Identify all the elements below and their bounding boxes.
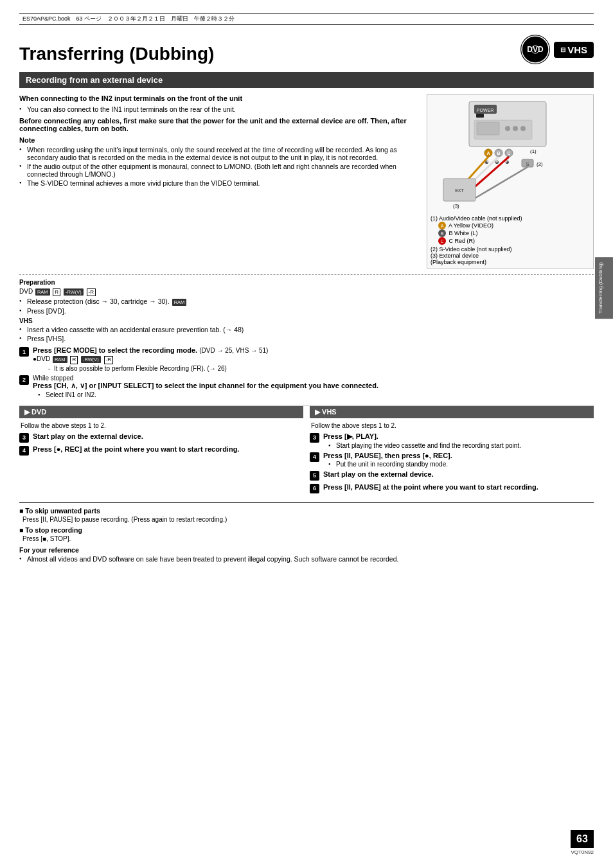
note3: The S-VIDEO terminal achieves a more viv… <box>19 179 420 187</box>
step1-text: Press [REC MODE] to select the recording… <box>33 346 268 371</box>
diagram-labels: (1) Audio/Video cable (not supplied) A A… <box>431 215 590 265</box>
vhs-logo: ⊟ VHS <box>554 42 594 58</box>
dvd-logo: DVD <box>520 35 550 64</box>
note-title: Note <box>19 136 420 144</box>
prep-title: Preparation <box>19 279 594 286</box>
two-col-steps: ▶ DVD Follow the above steps 1 to 2. 3 S… <box>19 405 594 496</box>
vhs-col-header: ▶ VHS <box>310 406 594 418</box>
page-num-area: 63 VQT0N92 <box>571 830 594 855</box>
vhs-step4-sub: Put the unit in recording standby mode. <box>323 461 452 468</box>
dvd-step3-num: 3 <box>19 433 29 443</box>
stop-text: Press [■, STOP]. <box>19 535 594 542</box>
vhs-col: ▶ VHS Follow the above steps 1 to 2. 3 P… <box>310 406 594 496</box>
header-bar: ES70AP&PC.book 63 ページ ２００３年２月２１日 月曜日 午後２… <box>19 13 594 25</box>
vhs-step5-num: 5 <box>310 471 319 481</box>
label3b: (Playback equipment) <box>431 259 590 265</box>
svg-text:POWER: POWER <box>477 108 493 112</box>
main-content: When connecting to the IN2 input termina… <box>19 94 594 269</box>
vhs-step3: 3 Press [▶, PLAY]. Start playing the vid… <box>310 432 594 449</box>
dvd-prep-label: DVD RAM R -RW(V) -R <box>19 288 594 296</box>
vhs-follow: Follow the above steps 1 to 2. <box>310 422 594 429</box>
vhs-step4-text: Press [II, PAUSE], then press [●, REC]. … <box>323 452 452 468</box>
dvd-step4-text: Press [●, REC] at the point where you wa… <box>33 445 239 453</box>
dvd-bullet2: Press [DVD]. <box>19 307 594 315</box>
file-info: ES70AP&PC.book 63 ページ ２００３年２月２１日 月曜日 午後２… <box>22 15 235 23</box>
reference-text: Almost all videos and DVD software on sa… <box>19 555 594 563</box>
rwv-tag: -RW(V) <box>64 288 84 296</box>
stop-title: To stop recording <box>19 526 594 534</box>
vhs-bullet2: Press [VHS]. <box>19 335 594 342</box>
label1a: A A Yellow (VIDEO) <box>431 222 590 229</box>
heading1: When connecting to the IN2 input termina… <box>19 94 420 102</box>
device-diagram: POWER A B C ⊕ <box>431 98 585 211</box>
ram-tag: RAM <box>35 288 50 296</box>
vhs-step6-text: Press [II, PAUSE] at the point where you… <box>323 483 538 491</box>
title-row: Transferring (Dubbing) DVD ⊟ VHS <box>19 35 594 64</box>
rv-tag: -R <box>87 288 96 296</box>
logo-area: DVD ⊟ VHS <box>520 35 594 64</box>
vhs-step6-num: 6 <box>310 484 319 493</box>
label1: (1) Audio/Video cable (not supplied) <box>431 215 590 222</box>
side-tab: Transferring (Dubbing) <box>595 257 613 319</box>
left-column: When connecting to the IN2 input termina… <box>19 94 420 269</box>
page-container: ES70AP&PC.book 63 ページ ２００３年２月２１日 月曜日 午後２… <box>0 0 613 868</box>
vhs-step5: 5 Start play on the external device. <box>310 470 594 481</box>
section-header: Recording from an external device <box>19 72 594 88</box>
dvd-bullet1: Release protection (disc → 30, cartridge… <box>19 297 594 306</box>
step2: 2 While stopped Press [CH, ∧, ∨] or [INP… <box>19 375 594 398</box>
svg-text:B: B <box>497 151 500 155</box>
step2-text: While stopped Press [CH, ∧, ∨] or [INPUT… <box>33 375 378 398</box>
step2-label: While stopped <box>33 375 378 382</box>
vhs-step4: 4 Press [II, PAUSE], then press [●, REC]… <box>310 452 594 468</box>
dvd-step4-num: 4 <box>19 446 29 456</box>
svg-rect-8 <box>477 122 499 135</box>
bullet-in1: You can also connect to the IN1 input te… <box>19 105 420 113</box>
svg-point-11 <box>520 126 526 131</box>
vhs-bullet1: Insert a video cassette with an accident… <box>19 326 594 333</box>
dvd-step3-text: Start play on the external device. <box>33 432 143 440</box>
diagram-container: POWER A B C ⊕ <box>427 94 594 269</box>
step1-ram: RAM <box>53 356 67 363</box>
svg-text:(2): (2) <box>537 161 543 167</box>
page-number: 63 <box>571 830 594 848</box>
preparation-section: Preparation DVD RAM R -RW(V) -R Release … <box>19 274 594 342</box>
heading2: Before connecting any cables, first make… <box>19 117 420 132</box>
svg-rect-6 <box>476 114 484 118</box>
vhs-step3-sub: Start playing the video cassette and fin… <box>323 442 521 449</box>
vhs-prep-label: VHS <box>19 317 594 324</box>
step1: 1 Press [REC MODE] to select the recordi… <box>19 346 594 371</box>
page-title: Transferring (Dubbing) <box>19 44 214 64</box>
skip-text: Press [II, PAUSE] to pause recording. (P… <box>19 516 594 523</box>
step1-note: - It is also possible to perform Flexibl… <box>33 365 268 372</box>
step2-num: 2 <box>19 375 29 385</box>
note1: When recording using the unit's input te… <box>19 146 420 161</box>
svg-text:C: C <box>507 151 510 155</box>
skip-title: To skip unwanted parts <box>19 507 594 515</box>
right-column: POWER A B C ⊕ <box>427 94 594 269</box>
step1-num: 1 <box>19 347 29 357</box>
vhs-step3-num: 3 <box>310 433 319 443</box>
label1b: B B White (L) <box>431 229 590 237</box>
step1-rv: -R <box>104 356 113 364</box>
vhs-step6: 6 Press [II, PAUSE] at the point where y… <box>310 483 594 493</box>
dvd-follow: Follow the above steps 1 to 2. <box>19 422 303 429</box>
reference-title: For your reference <box>19 546 594 554</box>
svg-text:A: A <box>486 151 490 155</box>
step2-sub: Select IN1 or IN2. <box>33 391 378 398</box>
vhs-step4-num: 4 <box>310 452 319 462</box>
vhs-step5-text: Start play on the external device. <box>323 470 434 478</box>
r-tag: R <box>53 288 60 296</box>
svg-text:(3): (3) <box>453 203 459 209</box>
ram-badge: RAM <box>172 299 187 306</box>
label1c: C C Red (R) <box>431 237 590 245</box>
dvd-step4: 4 Press [●, REC] at the point where you … <box>19 445 303 456</box>
label3: (3) External device <box>431 252 590 259</box>
note2: If the audio output of the other equipme… <box>19 163 420 178</box>
dvd-step3: 3 Start play on the external device. <box>19 432 303 443</box>
step1-r: R <box>70 356 78 364</box>
dvd-col: ▶ DVD Follow the above steps 1 to 2. 3 S… <box>19 406 303 496</box>
svg-point-9 <box>505 126 510 131</box>
bottom-notes: To skip unwanted parts Press [II, PAUSE]… <box>19 502 594 563</box>
svg-text:S: S <box>526 162 529 166</box>
step1-rwv: -RW(V) <box>81 356 101 363</box>
